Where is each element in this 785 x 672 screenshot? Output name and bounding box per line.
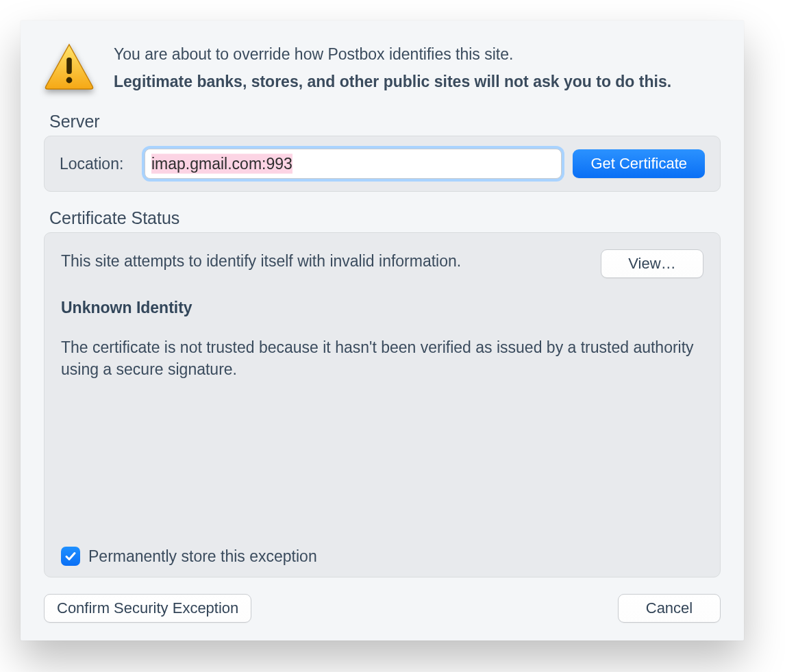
status-intro: This site attempts to identify itself wi… (61, 249, 584, 273)
view-certificate-button[interactable]: View… (601, 249, 703, 278)
intro-line-1: You are about to override how Postbox id… (114, 42, 721, 67)
location-label: Location: (60, 155, 134, 173)
security-exception-dialog: You are about to override how Postbox id… (21, 21, 744, 640)
permanently-store-checkbox[interactable] (61, 547, 80, 566)
confirm-security-exception-button[interactable]: Confirm Security Exception (44, 594, 251, 623)
cancel-button[interactable]: Cancel (618, 594, 721, 623)
svg-point-1 (66, 77, 73, 84)
svg-rect-0 (66, 58, 72, 74)
status-heading: Unknown Identity (61, 299, 703, 317)
permanently-store-label: Permanently store this exception (88, 547, 317, 566)
warning-icon (44, 42, 95, 90)
server-groupbox: Location: imap.gmail.com:993 Get Certifi… (44, 136, 721, 192)
location-input[interactable] (145, 149, 562, 179)
status-section-label: Certificate Status (49, 208, 721, 228)
status-groupbox: This site attempts to identify itself wi… (44, 232, 721, 577)
intro-line-2: Legitimate banks, stores, and other publ… (114, 70, 721, 95)
server-section-label: Server (49, 112, 721, 132)
get-certificate-button[interactable]: Get Certificate (573, 149, 705, 178)
status-body: The certificate is not trusted because i… (61, 336, 703, 380)
